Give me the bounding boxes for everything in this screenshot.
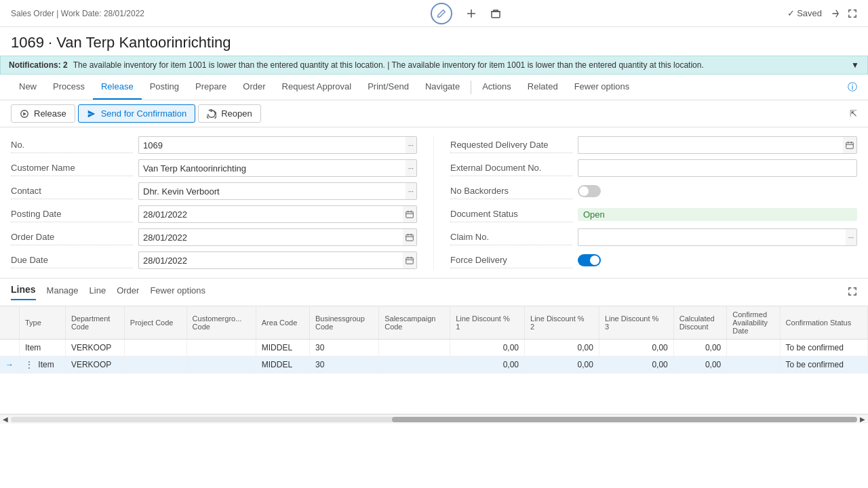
nav-release[interactable]: Release: [93, 75, 142, 100]
claim-no-lookup-btn[interactable]: ···: [846, 228, 857, 246]
contact-control: ···: [138, 182, 417, 200]
scroll-right-arrow[interactable]: ▶: [857, 415, 868, 423]
contact-lookup-btn[interactable]: ···: [406, 182, 417, 200]
external-doc-label: External Document No.: [450, 160, 572, 176]
cell-line-discount-2[interactable]: 0,00: [525, 357, 599, 373]
due-date-row: Due Date: [11, 251, 417, 270]
cell-department-code[interactable]: VERKOOP: [65, 357, 124, 373]
nav-process[interactable]: Process: [45, 75, 93, 100]
no-backorders-toggle[interactable]: [578, 185, 601, 197]
nav-posting[interactable]: Posting: [142, 75, 187, 100]
nav-menu: New Process Release Posting Prepare Orde…: [0, 75, 868, 100]
requested-delivery-input[interactable]: [578, 136, 843, 154]
nav-prepare[interactable]: Prepare: [187, 75, 235, 100]
external-doc-control: [578, 159, 857, 177]
delete-button[interactable]: [490, 8, 501, 19]
lines-expand-icon[interactable]: [848, 287, 857, 298]
external-doc-input[interactable]: [578, 159, 857, 177]
cell-confirmed-avail-date[interactable]: [727, 340, 780, 357]
cell-line-discount-3[interactable]: 0,00: [599, 357, 673, 373]
cell-line-discount-3[interactable]: 0,00: [599, 340, 673, 357]
breadcrumb: Sales Order | Work Date: 28/01/2022: [11, 9, 144, 18]
nav-fewer-options[interactable]: Fewer options: [566, 75, 638, 100]
cell-customergro-code[interactable]: [186, 340, 256, 357]
nav-info-icon[interactable]: ⓘ: [848, 81, 857, 94]
cell-confirmation-status[interactable]: To be confirmed: [780, 357, 867, 373]
customer-name-lookup-btn[interactable]: ···: [406, 159, 417, 177]
th-area-code: Area Code: [256, 306, 309, 340]
reopen-icon: [207, 109, 216, 119]
contact-input[interactable]: [138, 182, 406, 200]
requested-delivery-cal-btn[interactable]: [843, 136, 857, 154]
cell-line-discount-2[interactable]: 0,00: [525, 340, 599, 357]
scroll-thumb[interactable]: [392, 417, 857, 422]
nav-print-send[interactable]: Print/Send: [359, 75, 417, 100]
edit-icon[interactable]: [431, 3, 452, 24]
row-menu[interactable]: ⋮: [25, 360, 33, 369]
cell-businessgroup-code[interactable]: 30: [309, 357, 378, 373]
nav-order[interactable]: Order: [235, 75, 273, 100]
empty-rows: [0, 373, 868, 414]
expand-icon[interactable]: [848, 9, 857, 18]
cell-confirmed-avail-date[interactable]: [727, 357, 780, 373]
no-backorders-row: No Backorders: [450, 182, 857, 201]
no-backorders-control: [578, 185, 857, 197]
requested-delivery-row: Requested Delivery Date: [450, 136, 857, 155]
release-button[interactable]: Release: [11, 104, 75, 123]
cell-project-code[interactable]: [124, 357, 186, 373]
cell-area-code[interactable]: MIDDEL: [256, 340, 309, 357]
lines-nav-manage[interactable]: Manage: [47, 285, 79, 300]
horizontal-scrollbar[interactable]: ◀ ▶: [0, 414, 868, 424]
cell-calculated-discount[interactable]: 0,00: [673, 340, 727, 357]
force-delivery-toggle[interactable]: [578, 254, 601, 266]
cell-confirmation-status[interactable]: To be confirmed: [780, 340, 867, 357]
claim-no-control: ···: [578, 228, 857, 246]
nav-request-approval[interactable]: Request Approval: [274, 75, 360, 100]
no-input[interactable]: [138, 136, 406, 154]
cell-salescampaign-code[interactable]: [379, 340, 450, 357]
notification-collapse-icon[interactable]: ▼: [851, 60, 859, 70]
send-confirmation-button[interactable]: Send for Confirmation: [78, 104, 195, 123]
order-date-cal-btn[interactable]: [403, 228, 417, 246]
cell-area-code[interactable]: MIDDEL: [256, 357, 309, 373]
cell-type[interactable]: ⋮ Item: [20, 357, 66, 373]
posting-date-cal-btn[interactable]: [403, 205, 417, 223]
due-date-input[interactable]: [138, 251, 403, 269]
table-row[interactable]: → ⋮ Item VERKOOP MIDDEL 30 0,00 0,00 0,0…: [0, 357, 868, 373]
nav-related[interactable]: Related: [519, 75, 566, 100]
requested-delivery-control: [578, 136, 857, 154]
cell-salescampaign-code[interactable]: [379, 357, 450, 373]
cell-line-discount-1[interactable]: 0,00: [450, 340, 525, 357]
due-date-cal-btn[interactable]: [403, 251, 417, 269]
cell-businessgroup-code[interactable]: 30: [309, 340, 378, 357]
lines-nav-fewer-options[interactable]: Fewer options: [150, 285, 205, 300]
top-bar-right: ✓ Saved: [787, 8, 858, 18]
notification-message: The available inventory for item 1001 is…: [73, 60, 704, 70]
saved-indicator: ✓ Saved: [787, 8, 823, 18]
posting-date-input[interactable]: [138, 205, 403, 223]
share-icon[interactable]: [830, 9, 840, 18]
nav-actions[interactable]: Actions: [474, 75, 519, 100]
scroll-left-arrow[interactable]: ◀: [0, 415, 11, 423]
lines-nav-order[interactable]: Order: [117, 285, 139, 300]
customer-name-input[interactable]: [138, 159, 406, 177]
lines-nav-line[interactable]: Line: [90, 285, 106, 300]
contact-label: Contact: [11, 183, 133, 199]
posting-date-row: Posting Date: [11, 205, 417, 224]
table-row[interactable]: Item VERKOOP MIDDEL 30 0,00 0,00 0,00 0,…: [0, 340, 868, 357]
nav-new[interactable]: New: [11, 75, 45, 100]
cell-line-discount-1[interactable]: 0,00: [450, 357, 525, 373]
claim-no-input[interactable]: [578, 228, 846, 246]
page-title-area: 1069 · Van Terp Kantoorinrichting: [0, 27, 868, 56]
nav-navigate[interactable]: Navigate: [417, 75, 468, 100]
no-lookup-btn[interactable]: ···: [406, 136, 417, 154]
cell-project-code[interactable]: [124, 340, 186, 357]
action-row-expand[interactable]: ⇱: [850, 108, 857, 119]
cell-department-code[interactable]: VERKOOP: [65, 340, 124, 357]
cell-customergro-code[interactable]: [186, 357, 256, 373]
cell-calculated-discount[interactable]: 0,00: [673, 357, 727, 373]
cell-type[interactable]: Item: [20, 340, 66, 357]
add-button[interactable]: [466, 8, 477, 19]
reopen-button[interactable]: Reopen: [198, 104, 261, 123]
order-date-input[interactable]: [138, 228, 403, 246]
